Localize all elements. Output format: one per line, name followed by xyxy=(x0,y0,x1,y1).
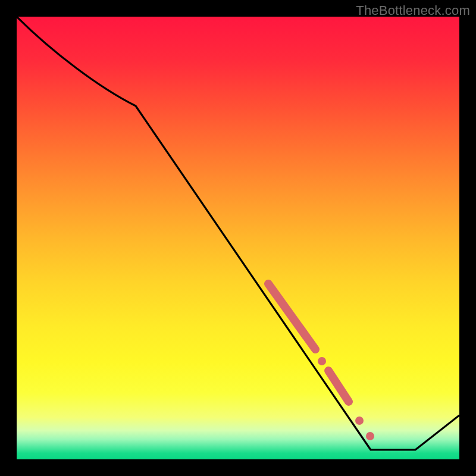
bottleneck-curve xyxy=(17,17,459,450)
highlight-dot-2 xyxy=(355,416,364,425)
highlight-segment-2 xyxy=(328,371,349,402)
chart-line-layer xyxy=(17,17,459,459)
highlight-dot-3 xyxy=(366,432,374,440)
plot-area xyxy=(17,17,459,459)
chart-frame: TheBottleneck.com xyxy=(0,0,476,476)
highlight-dot-1 xyxy=(318,357,326,365)
highlight-segment-1 xyxy=(268,284,315,349)
watermark-text: TheBottleneck.com xyxy=(356,3,470,18)
